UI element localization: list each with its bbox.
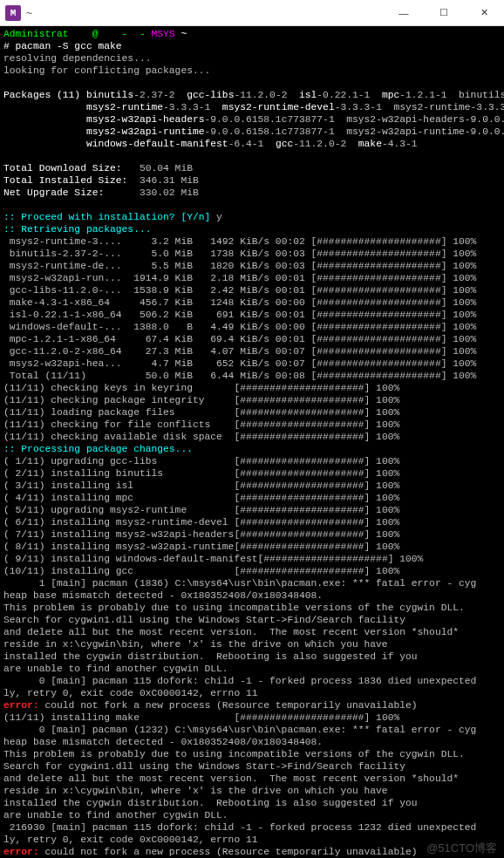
minimize-button[interactable]: — [384, 0, 424, 26]
prompt-path: ~ [180, 29, 187, 39]
titlebar: M ~ — ☐ ✕ [0, 0, 504, 26]
error-label: error: [3, 847, 39, 857]
maximize-button[interactable]: ☐ [424, 0, 464, 26]
app-icon: M [5, 5, 21, 21]
window-title: ~ [26, 7, 384, 19]
terminal[interactable]: Administrat @ - - MSYS ~ # pacman -S gcc… [0, 26, 504, 858]
error-label: error: [3, 700, 39, 711]
proceed-prompt: :: Proceed with installation? [Y/n] [3, 212, 216, 222]
proceed-answer: y [216, 212, 222, 222]
packages-header: Packages (11) [3, 90, 86, 100]
command-line: # pacman -S gcc make [3, 41, 122, 51]
close-button[interactable]: ✕ [464, 0, 504, 26]
prompt-context: MSYS [152, 29, 175, 39]
retrieve-header: :: Retrieving packages... [3, 224, 151, 235]
prompt-user: Administrat [3, 29, 69, 39]
process-header: :: Processing package changes... [3, 444, 193, 454]
watermark: @51CTO博客 [426, 842, 497, 855]
